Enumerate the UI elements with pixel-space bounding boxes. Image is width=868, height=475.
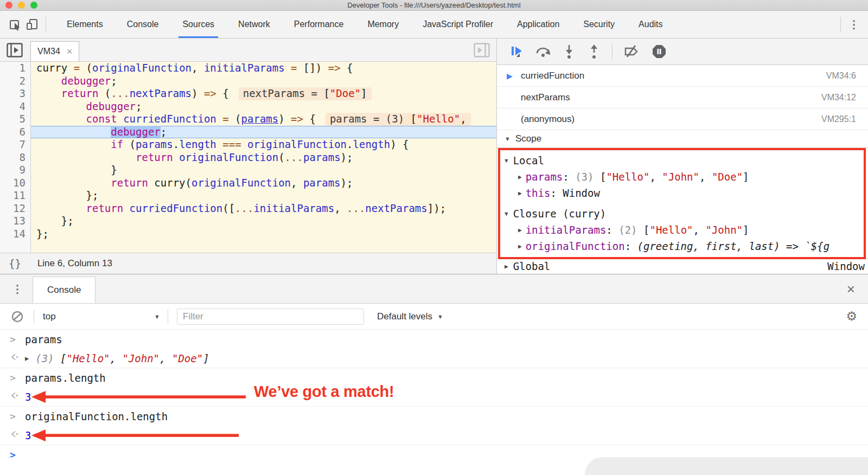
- chevron-down-icon: ▼: [437, 313, 443, 320]
- frame-location[interactable]: VM295:1: [821, 114, 856, 124]
- line-number[interactable]: 7: [0, 138, 31, 151]
- main-tab-audits[interactable]: Audits: [639, 11, 662, 38]
- code-text: debugger;: [31, 100, 496, 113]
- pause-on-exceptions-icon[interactable]: [652, 44, 667, 59]
- main-tab-sources[interactable]: Sources: [182, 11, 214, 38]
- code-text: };: [31, 189, 496, 202]
- line-number[interactable]: 11: [0, 189, 31, 202]
- line-number[interactable]: 3: [0, 87, 31, 100]
- line-number[interactable]: 5: [0, 113, 31, 126]
- scope-section-title: Closure (curry): [513, 208, 607, 220]
- line-number[interactable]: 14: [0, 228, 31, 241]
- main-tab-security[interactable]: Security: [583, 11, 615, 38]
- sources-workspace: VM34 × 1curry = (originalFunction, initi…: [0, 38, 868, 274]
- console-input-row: >params: [0, 330, 868, 349]
- code-line: 7 if (params.length === originalFunction…: [0, 138, 496, 151]
- code-line: 11 };: [0, 189, 496, 202]
- step-into-button[interactable]: [562, 44, 576, 59]
- filter-input[interactable]: [177, 309, 364, 325]
- file-tab-vm34[interactable]: VM34 ×: [30, 41, 79, 61]
- inspect-icon[interactable]: [8, 16, 24, 33]
- scope-variable-row[interactable]: ▶initialParams: (2) ["Hello", "John"]: [497, 222, 868, 238]
- line-number[interactable]: 9: [0, 164, 31, 177]
- line-number[interactable]: 8: [0, 151, 31, 164]
- code-line: 13 };: [0, 215, 496, 228]
- frame-location[interactable]: VM34:6: [826, 71, 856, 81]
- device-toolbar-icon[interactable]: [24, 16, 40, 33]
- line-number[interactable]: 1: [0, 62, 31, 75]
- line-number[interactable]: 13: [0, 215, 31, 228]
- scope-section-closure-curry-[interactable]: ▼Closure (curry): [497, 206, 868, 222]
- code-line: 10 return curry(originalFunction, params…: [0, 177, 496, 190]
- main-tab-console[interactable]: Console: [127, 11, 159, 38]
- pretty-print-icon[interactable]: {}: [9, 258, 21, 269]
- code-line: 2 debugger;: [0, 75, 496, 88]
- resume-button[interactable]: [509, 44, 524, 59]
- code-line: 4 debugger;: [0, 100, 496, 113]
- main-tab-performance[interactable]: Performance: [294, 11, 344, 38]
- console-input-chevron-icon: >: [10, 410, 25, 422]
- console-messages: We’ve got a match! >params▶(3) ["Hello",…: [0, 330, 868, 464]
- debugger-pane-toggle-icon[interactable]: [474, 43, 490, 57]
- code-text: };: [31, 228, 496, 241]
- file-tab-close-icon[interactable]: ×: [67, 47, 73, 56]
- console-output-icon: [10, 429, 25, 441]
- call-stack-frame[interactable]: (anonymous)VM295:1: [497, 108, 868, 130]
- chevron-right-icon: ▶: [518, 190, 522, 197]
- scope-variable-row[interactable]: ▶params: (3) ["Hello", "John", "Doe"]: [497, 169, 868, 185]
- step-over-button[interactable]: [535, 44, 551, 59]
- main-tab-memory[interactable]: Memory: [367, 11, 399, 38]
- code-text: debugger;: [31, 75, 496, 88]
- code-text: return curry(originalFunction, params);: [31, 177, 496, 190]
- close-icon[interactable]: ×: [847, 282, 855, 296]
- scope-variable-row[interactable]: ▶this: Window: [497, 185, 868, 201]
- log-levels-select[interactable]: Default levels ▼: [377, 311, 443, 322]
- line-number[interactable]: 4: [0, 100, 31, 113]
- scope-global-row[interactable]: ▶ Global Window: [497, 258, 868, 274]
- clear-console-icon[interactable]: [11, 310, 24, 323]
- line-number[interactable]: 2: [0, 75, 31, 88]
- scope-variable-row[interactable]: ▶originalFunction: (greeting, first, las…: [497, 238, 868, 254]
- more-menu-icon[interactable]: ⋮: [848, 19, 859, 30]
- deactivate-breakpoints-icon[interactable]: [623, 44, 641, 59]
- frame-name: curriedFunction: [521, 70, 826, 81]
- line-number[interactable]: 6: [0, 126, 31, 139]
- scope-section-header[interactable]: ▼ Scope: [497, 130, 868, 148]
- code-line: 1curry = (originalFunction, initialParam…: [0, 62, 496, 75]
- scope-section-local[interactable]: ▼Local: [497, 152, 868, 169]
- main-tab-network[interactable]: Network: [238, 11, 270, 38]
- editor-filler: [0, 240, 496, 253]
- main-tab-application[interactable]: Application: [517, 11, 559, 38]
- tab-console[interactable]: Console: [33, 277, 95, 303]
- line-number[interactable]: 12: [0, 202, 31, 215]
- call-stack-frame[interactable]: ▶curriedFunctionVM34:6: [497, 65, 868, 87]
- levels-value: Default levels: [377, 311, 432, 322]
- execution-context-select[interactable]: top ▼: [34, 311, 165, 322]
- console-output-icon: [10, 391, 25, 402]
- code-line: 6 debugger;: [0, 126, 496, 139]
- main-tab-elements[interactable]: Elements: [67, 11, 103, 38]
- step-out-button[interactable]: [587, 44, 601, 59]
- scope-global-value: Window: [827, 260, 865, 272]
- code-line: 14};: [0, 228, 496, 241]
- scope-header-label: Scope: [515, 133, 541, 144]
- navigator-toggle-icon[interactable]: [7, 43, 23, 57]
- code-editor[interactable]: 1curry = (originalFunction, initialParam…: [0, 62, 496, 253]
- call-stack-frame[interactable]: nextParamsVM34:12: [497, 87, 868, 108]
- frame-name: nextParams: [521, 92, 821, 103]
- console-input-chevron-icon: >: [10, 372, 25, 383]
- console-input-row: >params.length: [0, 368, 868, 387]
- window-title: Developer Tools - file:///Users/yazeed/D…: [0, 1, 868, 9]
- frame-location[interactable]: VM34:12: [821, 93, 856, 102]
- call-stack-list: ▶curriedFunctionVM34:6nextParamsVM34:12(…: [497, 65, 868, 130]
- code-line: 3 return (...nextParams) => {nextParams …: [0, 87, 496, 100]
- expand-triangle-icon[interactable]: ▶: [25, 355, 29, 362]
- gear-icon[interactable]: ⚙: [846, 310, 857, 323]
- chevron-down-icon: ▼: [154, 313, 160, 320]
- frame-name: (anonymous): [521, 114, 821, 125]
- drawer-menu-icon[interactable]: ⋮: [12, 284, 23, 294]
- main-tab-javascript-profiler[interactable]: JavaScript Profiler: [423, 11, 493, 38]
- line-number[interactable]: 10: [0, 177, 31, 190]
- toolbar-separator: [46, 17, 46, 32]
- chevron-down-icon: ▼: [505, 157, 508, 164]
